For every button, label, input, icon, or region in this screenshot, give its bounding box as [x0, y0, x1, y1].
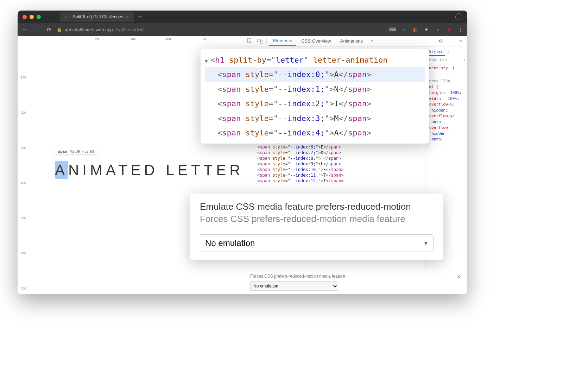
dom-span-row-small[interactable]: <span style="--index:11;">T</span>	[243, 172, 425, 178]
more-tabs-icon[interactable]: »	[368, 37, 377, 46]
new-tab-button[interactable]: +	[138, 13, 142, 21]
element-tooltip: span 42.09 × 57.93	[55, 148, 97, 155]
animated-heading: ANIMATED LETTERS	[55, 162, 243, 179]
star-icon[interactable]: ☆	[400, 26, 407, 33]
minimize-window-button[interactable]	[30, 15, 34, 19]
tab-title: Split Text | GUI Challenges	[73, 14, 123, 19]
dom-span-row[interactable]: <span style="--index:0;">A</span>	[205, 67, 425, 82]
css-declaration[interactable]: overflow-y:	[427, 113, 466, 119]
highlighted-letter: A	[55, 161, 68, 179]
close-pane-icon[interactable]: ×	[457, 274, 460, 280]
emulate-select-value: No emulation	[205, 238, 255, 248]
gear-icon[interactable]: ⚙	[436, 37, 445, 46]
tab-elements[interactable]: Elements	[269, 36, 296, 46]
dom-h1-row: ▼<h1 split-by="letter" letter-animation	[205, 53, 425, 67]
emulate-title: Emulate CSS media feature prefers-reduce…	[200, 201, 434, 212]
heading-rest: NIMATED LETTERS	[68, 162, 243, 178]
tab-animations[interactable]: Animations	[336, 36, 367, 46]
chevron-down-icon: ▼	[423, 240, 428, 246]
close-window-button[interactable]	[23, 15, 27, 19]
dom-span-row[interactable]: <span style="--index:1;">N</span>	[205, 82, 425, 96]
css-declaration[interactable]: auto;	[427, 119, 466, 125]
translate-icon[interactable]: ⌨	[389, 26, 396, 33]
ruler-horizontal: 100 200 300 400 500	[27, 36, 243, 42]
styles-tab[interactable]: Styles	[427, 48, 445, 56]
extension-icon-2[interactable]: ♪	[434, 26, 441, 33]
devtools-toolbar: Elements CSS Overview Animations » ⚙ ⋮ ×	[243, 36, 467, 46]
ruler-vertical: 100 200 300 400 500 600 700 800	[18, 42, 27, 294]
kebab-icon[interactable]: ⋮	[446, 37, 455, 46]
close-tab-icon[interactable]: ×	[126, 14, 129, 20]
profile-icon[interactable]	[455, 13, 462, 20]
element-style-rule: ement.sty: { }	[427, 65, 466, 77]
tab-css-overview[interactable]: CSS Overview	[297, 36, 335, 46]
dom-span-row[interactable]: <span style="--index:2;">I</span>	[205, 96, 425, 111]
css-declaration[interactable]: hidden;	[427, 108, 466, 114]
forward-button[interactable]: →	[33, 26, 41, 33]
css-declaration[interactable]: auto;	[427, 137, 466, 142]
dom-span-row-small[interactable]: <span style="--index:7;">D</span>	[243, 150, 425, 156]
close-icon[interactable]: ×	[456, 37, 465, 46]
browser-tab[interactable]: Split Text | GUI Challenges ×	[60, 12, 134, 22]
dom-span-row-small[interactable]: <span style="--index:12;">T</span>	[243, 178, 425, 184]
rendering-pane: × Forces CSS prefers-reduced-motion medi…	[243, 270, 467, 294]
extension-icon-1[interactable]: ◐	[412, 26, 419, 33]
expand-arrow-icon[interactable]: ▼	[205, 57, 210, 65]
dom-span-row-small[interactable]: <span style="--index:10;">E</span>	[243, 167, 425, 172]
callout-dom-zoom: ▼<h1 split-by="letter" letter-animation …	[201, 49, 429, 144]
favicon-icon	[64, 13, 71, 20]
maximize-window-button[interactable]	[37, 15, 41, 19]
url-field[interactable]: 🔒 gui-challenges.web.app/split-text/dist…	[57, 27, 385, 32]
avatar-icon[interactable]: ◉	[445, 26, 453, 33]
lock-icon: 🔒	[57, 27, 62, 32]
url-path: /split-text/dist/	[116, 27, 144, 32]
device-icon[interactable]	[255, 37, 264, 46]
cls-toggle[interactable]: .cls	[438, 58, 447, 62]
css-rule-html: index.175b… tml { height: 100%; width: 1…	[427, 78, 466, 148]
traffic-lights	[23, 15, 41, 19]
tooltip-dimensions: 42.09 × 57.93	[70, 149, 94, 153]
extensions-icon[interactable]: ✦	[423, 26, 430, 33]
menu-icon[interactable]: ⋮	[457, 26, 464, 33]
dom-span-row-small[interactable]: <span style="--index:6;">E</span>	[243, 144, 425, 150]
css-declaration[interactable]: width: 100%;	[427, 96, 466, 102]
emulate-subtitle: Forces CSS prefers-reduced-motion media …	[200, 214, 434, 224]
reload-button[interactable]: ⟳	[45, 26, 53, 33]
address-bar: ← → ⟳ 🔒 gui-challenges.web.app/split-tex…	[18, 23, 467, 36]
css-declaration[interactable]: overflow-x:	[427, 102, 466, 108]
emulation-select[interactable]: No emulation	[250, 281, 338, 291]
tooltip-tag: span	[58, 149, 67, 153]
dom-span-row[interactable]: <span style="--index:3;">M</span>	[205, 111, 425, 126]
add-rule-icon[interactable]: +	[463, 58, 466, 62]
more-styles-tabs-icon[interactable]: »	[445, 48, 452, 56]
rendering-description: Forces CSS prefers-reduced-motion media …	[250, 274, 460, 279]
css-declaration[interactable]: hidden	[427, 131, 466, 137]
dom-span-row-small[interactable]: <span style="--index:8;"> </span>	[243, 156, 425, 161]
css-declaration[interactable]: overflow:	[427, 125, 466, 131]
css-declaration[interactable]: height: 100%;	[427, 90, 466, 96]
url-host: gui-challenges.web.app	[65, 27, 113, 32]
callout-rendering-zoom: Emulate CSS media feature prefers-reduce…	[190, 194, 443, 260]
titlebar: Split Text | GUI Challenges × +	[18, 11, 467, 23]
dom-span-row-small[interactable]: <span style="--index:9;">L</span>	[243, 161, 425, 167]
inspect-icon[interactable]	[245, 37, 254, 46]
emulate-select[interactable]: No emulation ▼	[200, 234, 434, 252]
back-button[interactable]: ←	[21, 26, 29, 33]
dom-span-row[interactable]: <span style="--index:4;">A</span>	[205, 126, 425, 140]
